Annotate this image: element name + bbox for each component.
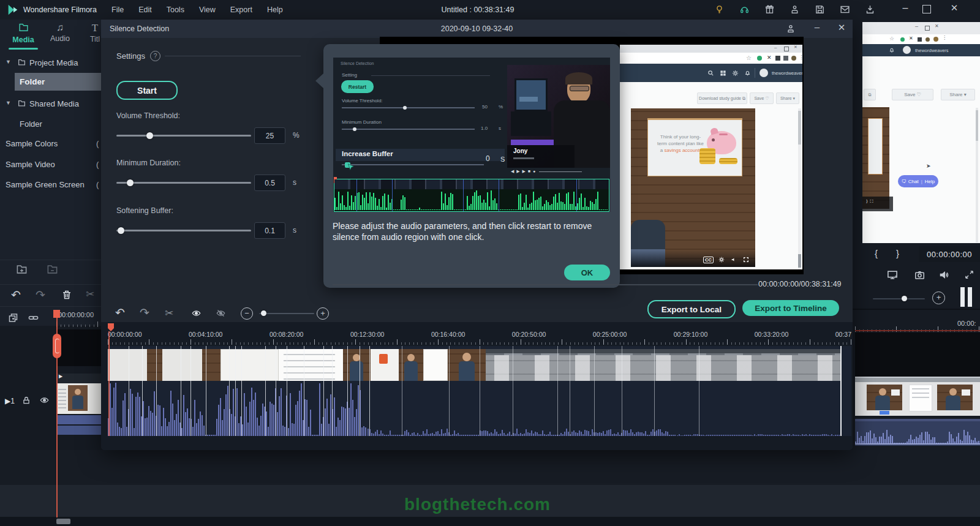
tab-audio[interactable]: ♫ Audio [47,22,74,43]
slider-thumb[interactable] [127,179,134,186]
lesson-video[interactable]: Think of your long- term content plan li… [631,108,755,267]
tree-sample-video[interactable]: Sample Video ( [0,158,101,171]
scissors-icon[interactable]: ✂ [165,307,173,320]
pause-icon[interactable] [960,287,973,307]
eye-off-icon[interactable] [215,309,227,318]
dialog-ruler-ticks[interactable] [108,339,851,345]
help-icon[interactable]: ? [150,51,160,61]
tree-sample-green-screen[interactable]: Sample Green Screen ( [0,178,101,192]
tree-folder-selected[interactable]: Folder [15,73,101,91]
scrollbar-thumb[interactable] [56,519,70,524]
tree-folder-child[interactable]: Folder [0,118,101,131]
volume-threshold-input[interactable] [254,127,285,144]
audio-waveform-right[interactable] [855,419,980,446]
tree-project-media[interactable]: ▼ Project Media [0,56,101,70]
dialog-close-button[interactable]: ✕ [835,22,848,36]
softening-buffer-slider[interactable] [116,230,251,231]
redo-icon[interactable]: ↷ [36,288,45,302]
softening-buffer-input[interactable] [254,222,285,239]
zoom-out-button[interactable]: − [241,307,253,320]
tree-sample-colors[interactable]: Sample Colors ( [0,137,101,151]
dialog-track-area[interactable] [108,346,851,436]
export-to-local-button[interactable]: Export to Local [647,300,736,318]
window-minimize-button[interactable]: – [898,2,913,17]
zoom-in-button[interactable]: + [317,307,329,320]
start-button[interactable]: Start [116,81,178,100]
slide: Think of your long- term content plan li… [647,118,742,176]
folder-icon [17,99,26,107]
mark-out-brace[interactable]: } [896,248,899,258]
browser-close-icon: ✕ [935,23,939,29]
undo-icon[interactable]: ↶ [11,288,21,302]
window-close-button[interactable]: ✕ [947,2,962,17]
delete-trash-icon[interactable] [61,289,72,301]
screenshot-ib-unit: S [500,156,505,163]
horizontal-scrollbar[interactable] [0,517,980,526]
video-clips-right[interactable] [855,377,980,416]
slider-thumb[interactable] [118,227,124,234]
playhead-grip[interactable] [53,334,61,358]
undo-icon[interactable]: ↶ [115,306,125,320]
menu-item[interactable]: Edit [131,0,159,20]
eye-icon[interactable] [39,396,50,405]
menubar: FileEditToolsViewExportHelp [104,0,290,20]
ruler-label: 00:16:40:00 [431,331,465,338]
timeline-zoom-slider[interactable] [259,313,314,314]
preview-panel: – ✕ ☆ ✕ ⋮ thewordweavers ⧉ [853,20,980,450]
account-name: thewordweavers [772,70,802,76]
export-download-icon[interactable] [865,4,875,15]
account-icon[interactable] [786,24,796,34]
slider-thumb[interactable] [261,310,266,316]
menu-item[interactable]: Help [260,0,290,20]
softening-buffer-unit: s [293,226,296,235]
chevron-down-icon: ▼ [6,100,11,106]
account-name: thewordweavers [915,48,949,53]
zoom-in-button[interactable]: + [932,291,945,304]
browser-minimize-icon: – [774,45,777,50]
volume-threshold-slider[interactable] [116,135,251,137]
export-to-timeline-button[interactable]: Export to Timeline [742,300,839,316]
eye-icon[interactable] [190,309,202,318]
slider-thumb[interactable] [902,296,907,301]
mark-in-brace[interactable]: { [875,248,878,258]
menu-item[interactable]: View [192,0,223,20]
redo-icon[interactable]: ↷ [140,306,149,320]
menu-item[interactable]: File [104,0,131,20]
ok-button[interactable]: OK [564,265,610,280]
display-output-icon[interactable] [886,269,899,281]
tree-label: Sample Colors [6,139,58,148]
fullscreen-icon[interactable] [964,269,974,280]
snapshot-camera-icon[interactable] [914,269,925,280]
minimum-duration-slider[interactable] [116,182,251,184]
mail-icon[interactable] [840,4,850,15]
playhead-flag[interactable] [53,310,60,318]
dialog-minimize-button[interactable]: – [810,21,824,35]
dialog-playhead-line[interactable] [108,331,110,436]
support-headset-icon[interactable] [739,4,750,15]
tips-lightbulb-icon[interactable] [714,4,725,15]
menu-item[interactable]: Tools [159,0,192,20]
minimum-duration-input[interactable] [254,175,285,191]
preview-seekbar[interactable] [333,284,758,285]
link-icon[interactable] [28,312,39,323]
account-icon[interactable] [790,4,800,15]
slider-thumb[interactable] [146,132,153,139]
extension-icon [783,56,788,61]
duplicate-icon[interactable] [7,312,19,323]
window-restore-button[interactable] [922,5,931,13]
speaker-icon[interactable] [938,269,950,280]
menu-item[interactable]: Export [223,0,260,20]
extension-icon: ✕ [909,36,913,41]
save-icon[interactable] [815,4,825,15]
add-folder-icon[interactable] [15,263,28,275]
tree-shared-media[interactable]: ▼ Shared Media [0,97,101,111]
video-clip-left[interactable]: ▶ [57,374,101,435]
remove-folder-icon[interactable] [46,263,59,275]
tree-label: Sample Video [6,160,55,169]
lock-icon[interactable] [22,396,31,405]
tab-media[interactable]: Media [9,22,38,50]
gift-icon[interactable] [764,4,775,15]
scissors-icon[interactable]: ✂ [86,288,94,301]
main-ruler-left[interactable]: 00:00:00:00 [56,310,101,328]
playback-zoom-slider[interactable] [873,298,925,299]
